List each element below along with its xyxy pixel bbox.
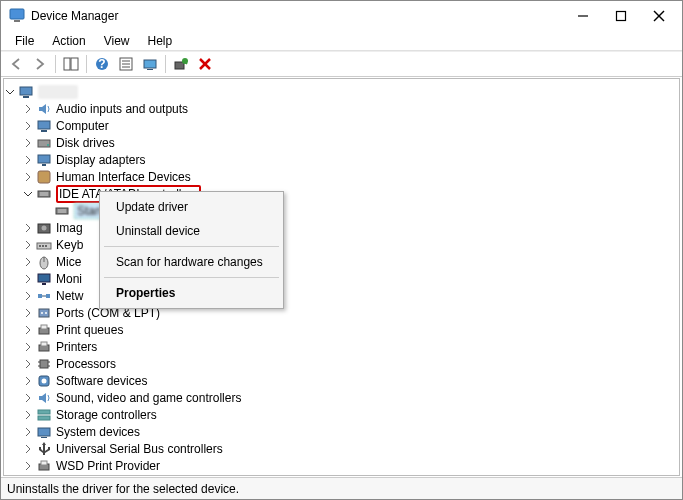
category-storage[interactable]: Storage controllers [4, 406, 679, 423]
uninstall-button[interactable] [194, 53, 216, 75]
category-label: Processors [56, 357, 116, 371]
category-drive[interactable]: Disk drives [4, 134, 679, 151]
maximize-button[interactable] [614, 9, 628, 23]
device-icon [36, 288, 52, 304]
svg-rect-0 [10, 9, 24, 19]
category-label: Print queues [56, 323, 123, 337]
device-icon [36, 441, 52, 457]
titlebar[interactable]: Device Manager [1, 1, 682, 31]
category-printer[interactable]: WSD Print Provider [4, 457, 679, 474]
menu-action[interactable]: Action [44, 32, 93, 50]
expand-toggle[interactable] [22, 358, 34, 370]
svg-point-50 [45, 312, 47, 314]
svg-rect-64 [38, 428, 50, 436]
category-system[interactable]: System devices [4, 423, 679, 440]
expand-toggle[interactable] [4, 86, 16, 98]
expand-toggle[interactable] [22, 256, 34, 268]
svg-rect-67 [41, 461, 47, 465]
svg-point-36 [42, 225, 47, 230]
svg-text:?: ? [98, 57, 105, 71]
close-button[interactable] [652, 9, 666, 23]
category-audio[interactable]: Sound, video and game controllers [4, 389, 679, 406]
expand-toggle[interactable] [22, 239, 34, 251]
device-icon [36, 390, 52, 406]
category-label: Software devices [56, 374, 147, 388]
context-scan-hardware[interactable]: Scan for hardware changes [102, 250, 281, 274]
device-icon [36, 339, 52, 355]
menu-separator [104, 277, 279, 278]
expand-toggle[interactable] [22, 273, 34, 285]
svg-rect-39 [42, 245, 44, 247]
svg-rect-62 [38, 410, 50, 414]
category-label: Mice [56, 255, 81, 269]
svg-rect-15 [147, 69, 153, 70]
svg-rect-43 [38, 274, 50, 282]
help-button[interactable]: ? [91, 53, 113, 75]
show-hide-console-button[interactable] [60, 53, 82, 75]
expand-toggle[interactable] [22, 103, 34, 115]
svg-rect-45 [38, 294, 42, 298]
update-driver-button[interactable] [139, 53, 161, 75]
menu-help[interactable]: Help [140, 32, 181, 50]
expand-toggle[interactable] [22, 392, 34, 404]
category-printer[interactable]: Print queues [4, 321, 679, 338]
svg-rect-20 [20, 87, 32, 95]
context-properties[interactable]: Properties [102, 281, 281, 305]
svg-point-61 [42, 378, 47, 383]
expand-toggle[interactable] [22, 188, 34, 200]
device-icon [36, 373, 52, 389]
root-label-blurred [38, 85, 78, 99]
category-display[interactable]: Display adapters [4, 151, 679, 168]
menu-file[interactable]: File [7, 32, 42, 50]
category-audio[interactable]: Audio inputs and outputs [4, 100, 679, 117]
device-icon [36, 458, 52, 474]
svg-rect-48 [39, 309, 49, 317]
category-usb[interactable]: Universal Serial Bus controllers [4, 440, 679, 457]
expand-toggle[interactable] [22, 460, 34, 472]
context-menu: Update driver Uninstall device Scan for … [99, 191, 284, 309]
expand-toggle[interactable] [22, 154, 34, 166]
svg-rect-16 [175, 62, 184, 69]
minimize-button[interactable] [576, 9, 590, 23]
category-cpu[interactable]: Processors [4, 355, 679, 372]
context-uninstall-device[interactable]: Uninstall device [102, 219, 281, 243]
category-software[interactable]: Software devices [4, 372, 679, 389]
expand-toggle[interactable] [22, 443, 34, 455]
expand-toggle[interactable] [22, 222, 34, 234]
svg-point-49 [41, 312, 43, 314]
svg-rect-52 [41, 325, 47, 329]
category-hid[interactable]: Human Interface Devices [4, 168, 679, 185]
expand-toggle[interactable] [22, 341, 34, 353]
expand-toggle[interactable] [22, 307, 34, 319]
category-label: Imag [56, 221, 83, 235]
device-icon [36, 118, 52, 134]
tree-root-node[interactable] [4, 83, 679, 100]
expand-toggle[interactable] [22, 290, 34, 302]
app-icon [9, 8, 25, 24]
expand-toggle[interactable] [22, 426, 34, 438]
svg-rect-65 [41, 437, 47, 438]
menu-view[interactable]: View [96, 32, 138, 50]
svg-rect-55 [40, 360, 48, 368]
category-computer[interactable]: Computer [4, 117, 679, 134]
back-button[interactable] [5, 53, 27, 75]
expand-toggle[interactable] [22, 375, 34, 387]
expand-toggle[interactable] [22, 120, 34, 132]
expand-toggle[interactable] [22, 171, 34, 183]
expand-toggle[interactable] [22, 324, 34, 336]
category-label: Universal Serial Bus controllers [56, 442, 223, 456]
toolbar: ? [1, 51, 682, 77]
expand-toggle[interactable] [22, 409, 34, 421]
device-tree[interactable]: Audio inputs and outputsComputerDisk dri… [3, 78, 680, 476]
forward-button[interactable] [29, 53, 51, 75]
context-update-driver[interactable]: Update driver [102, 195, 281, 219]
category-printer[interactable]: Printers [4, 338, 679, 355]
separator [86, 55, 87, 73]
device-icon [36, 101, 52, 117]
details-button[interactable] [115, 53, 137, 75]
category-label: Human Interface Devices [56, 170, 191, 184]
svg-rect-7 [71, 58, 78, 70]
device-icon [36, 152, 52, 168]
scan-hardware-button[interactable] [170, 53, 192, 75]
expand-toggle[interactable] [22, 137, 34, 149]
